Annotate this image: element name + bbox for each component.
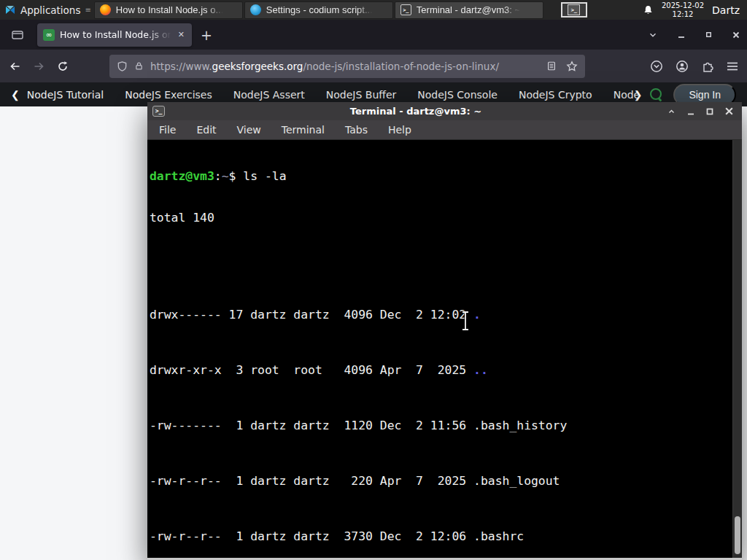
file-attributes: -rw-r--r-- 1 dartz dartz 3730 Dec 2 12:0… xyxy=(150,529,473,543)
lock-icon[interactable] xyxy=(134,61,144,71)
taskbar-window-label: Terminal - dartz@vm3: ~ xyxy=(417,4,520,15)
nav-link[interactable]: NodeJS Assert xyxy=(233,89,305,101)
terminal-close-button[interactable] xyxy=(724,106,734,116)
terminal-menu-item[interactable]: File xyxy=(159,124,176,136)
tab-close-icon[interactable] xyxy=(177,28,186,41)
pocket-icon[interactable] xyxy=(650,60,663,73)
tab-title: How to Install Node.js on xyxy=(60,29,171,40)
taskbar-window-icon xyxy=(400,4,411,15)
nav-scroll-right-icon[interactable] xyxy=(634,89,643,101)
file-name: .bash_history xyxy=(473,419,567,432)
terminal-total-line: total 140 xyxy=(150,211,732,225)
new-tab-button[interactable] xyxy=(201,27,212,43)
taskbar-window-button[interactable]: How to Install Node.js o... xyxy=(94,1,243,19)
firefox-view-button[interactable] xyxy=(7,26,28,44)
url-host: geeksforgeeks.org xyxy=(212,61,303,72)
extensions-puzzle-icon[interactable] xyxy=(701,60,714,73)
menu-hamburger-icon[interactable] xyxy=(727,61,738,71)
reload-button[interactable] xyxy=(57,61,69,72)
nav-link[interactable]: NodeJS Exercises xyxy=(125,89,212,101)
terminal-window-controls xyxy=(667,106,737,116)
nav-link[interactable]: NodeJS Crypto xyxy=(519,89,592,101)
terminal-prompt-line: dartz@vm3:~$ ls -la xyxy=(150,169,732,183)
notification-bell-icon[interactable] xyxy=(643,4,654,16)
taskbar-window-icon xyxy=(250,4,261,15)
mouse-cursor-ibeam xyxy=(460,311,471,331)
nav-link[interactable]: NodeJS Console xyxy=(417,89,498,101)
terminal-window: Terminal - dartz@vm3: ~ File Edit View T… xyxy=(147,102,742,560)
search-icon[interactable] xyxy=(649,88,663,101)
url-bar[interactable]: https://www.geeksforgeeks.org/node-js/in… xyxy=(109,55,585,78)
terminal-listing-row: -rw-r--r-- 1 dartz dartz 3730 Dec 2 12:0… xyxy=(150,529,732,543)
terminal-scrollbar-thumb[interactable] xyxy=(735,516,740,554)
terminal-menu-item[interactable]: Help xyxy=(388,124,411,136)
file-attributes: -rw-r--r-- 1 dartz dartz 220 Apr 7 2025 xyxy=(150,474,473,488)
prompt-separator: : xyxy=(214,169,222,183)
file-name: .bashrc xyxy=(473,529,524,543)
list-all-tabs-button[interactable] xyxy=(648,30,658,40)
workspace-terminal-mini-icon xyxy=(568,4,580,15)
nav-link[interactable]: NodeJS Buffer xyxy=(326,89,397,101)
nav-link[interactable]: NodeJS Tutorial xyxy=(27,89,104,101)
terminal-app-icon xyxy=(152,106,165,117)
panel-clock[interactable]: 2025-12-02 12:12 xyxy=(662,1,704,18)
terminal-scrollbar[interactable] xyxy=(732,140,742,558)
window-maximize-button[interactable] xyxy=(705,31,713,39)
file-attributes: -rw------- 1 dartz dartz 1120 Dec 2 11:5… xyxy=(150,419,473,432)
workspace-frame xyxy=(561,2,587,18)
applications-menu-icon xyxy=(4,4,16,16)
terminal-listing-row: drwxr-xr-x 3 root root 4096 Apr 7 2025 .… xyxy=(150,363,732,377)
applications-menu[interactable]: Applications xyxy=(0,0,85,20)
reader-mode-icon[interactable] xyxy=(546,61,557,71)
window-minimize-button[interactable] xyxy=(677,31,686,39)
url-text: https://www.geeksforgeeks.org/node-js/in… xyxy=(150,61,540,72)
terminal-menu-item[interactable]: Tabs xyxy=(345,124,368,136)
urlbar-actions xyxy=(546,61,578,72)
prompt-cwd: ~ xyxy=(222,169,229,183)
taskbar-window-label: How to Install Node.js o... xyxy=(116,4,223,15)
file-name: . xyxy=(473,308,481,322)
terminal-menubar: File Edit View Terminal Tabs Help xyxy=(147,120,742,140)
taskbar-window-button[interactable]: Settings - codium script... xyxy=(244,1,393,19)
terminal-menu-item[interactable]: View xyxy=(237,124,261,136)
terminal-maximize-button[interactable] xyxy=(705,107,714,116)
taskbar-window-icon xyxy=(100,4,111,15)
taskbar: How to Install Node.js o... Settings - c… xyxy=(94,0,543,20)
nav-scroll-left-icon[interactable] xyxy=(11,89,20,101)
panel-clock-time: 12:12 xyxy=(662,10,704,19)
terminal-menu-item[interactable]: Terminal xyxy=(282,124,325,136)
url-path: /node-js/installation-of-node-js-on-linu… xyxy=(303,61,499,72)
top-panel: Applications How to Install Node.js o...… xyxy=(0,0,747,20)
panel-clock-date: 2025-12-02 xyxy=(662,1,704,10)
file-name: .bash_logout xyxy=(473,474,560,488)
file-attributes: drwxr-xr-x 3 root root 4096 Apr 7 2025 xyxy=(150,363,473,377)
terminal-titlebar[interactable]: Terminal - dartz@vm3: ~ xyxy=(147,102,742,120)
taskbar-window-button[interactable]: Terminal - dartz@vm3: ~ xyxy=(395,1,543,19)
file-name: .. xyxy=(473,363,488,377)
panel-tray: 2025-12-02 12:12 Dartz xyxy=(643,0,747,20)
account-icon[interactable] xyxy=(676,60,689,73)
forward-button[interactable] xyxy=(33,61,45,72)
panel-user-menu[interactable]: Dartz xyxy=(712,4,740,16)
applications-menu-label: Applications xyxy=(20,4,80,16)
bookmark-star-icon[interactable] xyxy=(566,61,578,72)
prompt-user-host: dartz@vm3 xyxy=(150,169,214,183)
panel-handle-icon xyxy=(85,6,90,14)
terminal-shade-button[interactable] xyxy=(667,107,676,116)
terminal-menu-item[interactable]: Edit xyxy=(196,124,216,136)
browser-tab[interactable]: How to Install Node.js on xyxy=(37,23,192,47)
terminal-output-area[interactable]: dartz@vm3:~$ ls -la total 140 drwx------… xyxy=(147,140,742,558)
terminal-listing: drwx------ 17 dartz dartz 4096 Dec 2 12:… xyxy=(150,252,732,558)
terminal-minimize-button[interactable] xyxy=(686,107,695,116)
workspace-switcher[interactable] xyxy=(557,1,592,19)
window-close-button[interactable] xyxy=(732,31,740,39)
firefox-tab-bar: How to Install Node.js on xyxy=(0,20,747,50)
geeksforgeeks-favicon xyxy=(43,29,55,41)
terminal-listing-row: -rw------- 1 dartz dartz 1120 Dec 2 11:5… xyxy=(150,419,732,432)
terminal-listing-row: -rw-r--r-- 1 dartz dartz 220 Apr 7 2025 … xyxy=(150,474,732,488)
taskbar-window-label: Settings - codium script... xyxy=(266,4,373,15)
nav-links: NodeJS Tutorial NodeJS Exercises NodeJS … xyxy=(27,89,638,101)
prompt-command: $ ls -la xyxy=(229,169,287,183)
tracking-protection-shield-icon[interactable] xyxy=(117,61,128,72)
back-button[interactable] xyxy=(9,61,21,72)
